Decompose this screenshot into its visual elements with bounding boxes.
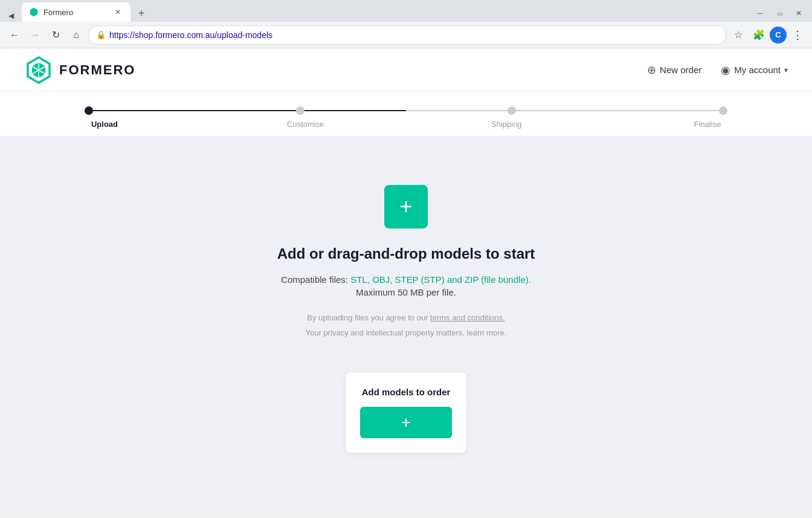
tab-bar: ◀ Formero ✕ + ─ ▭ ✕ [0, 0, 812, 22]
compat-text: Compatible files: STL, OBJ, STEP (STP) a… [281, 274, 531, 285]
progress-track [24, 106, 788, 115]
menu-button[interactable]: ⋮ [788, 25, 807, 45]
new-order-label: New order [660, 65, 701, 75]
browser-chrome: ◀ Formero ✕ + ─ ▭ ✕ ← → ↻ ⌂ 🔒 https://sh… [0, 0, 812, 48]
maximize-button[interactable]: ▭ [771, 5, 788, 22]
legal-text-1: By uploading files you agree to our term… [307, 312, 504, 325]
tab-title: Formero [44, 8, 108, 17]
upload-icon-box[interactable]: + [384, 185, 428, 228]
step-label-upload: Upload [80, 120, 129, 129]
legal-prefix: By uploading files you agree to our [307, 313, 430, 322]
compat-formats: STL, OBJ, STEP (STP) and ZIP (file bundl… [350, 274, 531, 285]
progress-step-upload [85, 106, 93, 115]
main-content: + Add or drag-and-drop models to start C… [0, 137, 812, 511]
bookmark-button[interactable]: ☆ [729, 25, 748, 45]
new-order-plus-icon: ⊕ [647, 63, 656, 77]
step-label-customise: Customise [282, 120, 330, 129]
logo-text: FORMERO [59, 62, 135, 78]
step-label-finalise: Finalise [683, 120, 732, 129]
add-models-card: Add models to order + [346, 372, 466, 453]
extensions-button[interactable]: 🧩 [749, 25, 768, 45]
new-order-button[interactable]: ⊕ New order [647, 59, 701, 82]
my-account-label: My account [734, 65, 781, 75]
compat-prefix: Compatible files: [281, 274, 350, 285]
toolbar-actions: ☆ 🧩 C ⋮ [729, 25, 807, 45]
terms-link[interactable]: terms and conditions. [430, 313, 505, 322]
progress-line-active [85, 110, 406, 111]
minimize-button[interactable]: ─ [752, 5, 768, 22]
main-heading: Add or drag-and-drop models to start [277, 245, 535, 262]
add-models-title: Add models to order [362, 387, 451, 397]
page-wrapper: FORMERO ⊕ New order ◉ My account ▾ Uploa… [0, 48, 812, 511]
my-account-button[interactable]: ◉ My account ▾ [721, 59, 788, 82]
tab-favicon [29, 7, 39, 17]
logo-icon [24, 56, 53, 85]
browser-toolbar: ← → ↻ ⌂ 🔒 https://shop.formero.com.au/up… [0, 22, 812, 48]
progress-step-shipping [507, 106, 516, 115]
home-button[interactable]: ⌂ [66, 25, 86, 45]
legal-text-2: Your privacy and intellectual property m… [306, 327, 507, 340]
tab-history-back[interactable]: ◀ [5, 10, 17, 22]
tab-close-button[interactable]: ✕ [112, 7, 123, 18]
forward-button[interactable]: → [25, 25, 45, 45]
progress-section: Upload Customise Shipping Finalise [0, 92, 812, 137]
url-text: https://shop.formero.com.au/upload-model… [109, 30, 718, 40]
new-tab-button[interactable]: + [133, 5, 150, 22]
reload-button[interactable]: ↻ [46, 25, 65, 45]
progress-step-finalise [719, 106, 727, 115]
progress-step-customise [296, 106, 304, 115]
address-bar[interactable]: 🔒 https://shop.formero.com.au/upload-mod… [88, 25, 726, 45]
active-tab[interactable]: Formero ✕ [22, 2, 130, 22]
chevron-down-icon: ▾ [784, 66, 788, 74]
max-size-text: Maximum 50 MB per file. [356, 287, 456, 297]
nav-buttons: ← → ↻ ⌂ [5, 25, 86, 45]
close-window-button[interactable]: ✕ [790, 5, 807, 22]
add-models-plus-icon: + [401, 413, 411, 432]
profile-button[interactable]: C [770, 27, 787, 44]
logo-area: FORMERO [24, 56, 135, 85]
site-header: FORMERO ⊕ New order ◉ My account ▾ [0, 48, 812, 92]
header-actions: ⊕ New order ◉ My account ▾ [647, 59, 788, 82]
add-models-button[interactable]: + [360, 407, 452, 438]
security-icon: 🔒 [96, 30, 106, 39]
progress-labels: Upload Customise Shipping Finalise [24, 120, 788, 129]
upload-plus-icon: + [399, 196, 412, 218]
step-label-shipping: Shipping [482, 120, 530, 129]
svg-marker-0 [30, 8, 37, 16]
my-account-icon: ◉ [721, 63, 730, 77]
back-button[interactable]: ← [5, 25, 24, 45]
